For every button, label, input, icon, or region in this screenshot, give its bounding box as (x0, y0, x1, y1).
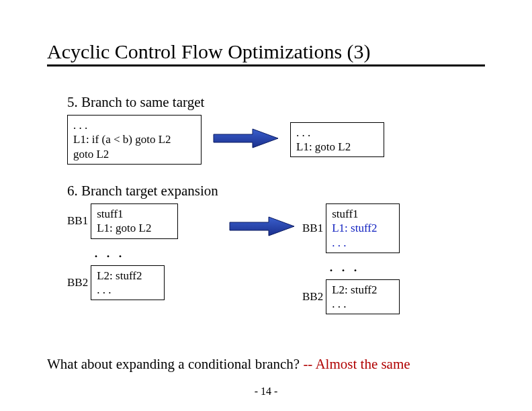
bb2-label-right: BB2 (302, 290, 323, 304)
bb1-line2: L1: stuff2 (332, 222, 377, 234)
bottom-note: What about expanding a conditional branc… (47, 356, 410, 373)
svg-marker-1 (230, 217, 294, 236)
page-title: Acyclic Control Flow Optimizations (3) (47, 40, 485, 66)
sec5-left-code: . . . L1: if (a < b) goto L2 goto L2 (67, 115, 202, 165)
sec6-left-bb1-code: stuff1 L1: goto L2 (91, 203, 178, 239)
sec6-left-column: BB1 stuff1 L1: goto L2 . . . BB2 L2: stu… (67, 203, 222, 300)
sec5-right-code: . . . L1: goto L2 (290, 122, 384, 158)
sec6-right-column: BB1 stuff1 L1: stuff2 . . . . . . BB2 L2… (302, 203, 400, 314)
section-6-heading: 6. Branch target expansion (67, 183, 497, 199)
section-6: 6. Branch target expansion BB1 stuff1 L1… (67, 183, 497, 314)
bottom-note-red: -- Almost the same (303, 356, 410, 372)
page-number: - 14 - (0, 385, 532, 398)
section-5-heading: 5. Branch to same target (67, 94, 497, 111)
bb2-label-left: BB2 (67, 276, 88, 289)
section-5: 5. Branch to same target . . . L1: if (a… (67, 94, 497, 174)
bb1-label-left: BB1 (67, 214, 88, 228)
arrow-icon (212, 128, 279, 152)
sec6-right-bb1-code: stuff1 L1: stuff2 . . . (326, 203, 400, 253)
arrow-icon (222, 216, 302, 237)
ellipsis-left: . . . (94, 243, 222, 261)
sec6-right-bb2-code: L2: stuff2 . . . (326, 279, 400, 315)
bb1-line3: . . . (332, 236, 346, 249)
sec6-left-bb2-code: L2: stuff2 . . . (91, 265, 165, 301)
bb1-label-right: BB1 (302, 222, 323, 235)
bottom-note-black: What about expanding a conditional branc… (47, 356, 303, 372)
svg-marker-0 (214, 129, 278, 148)
ellipsis-right: . . . (329, 257, 400, 275)
bb1-line1: stuff1 (332, 208, 358, 220)
